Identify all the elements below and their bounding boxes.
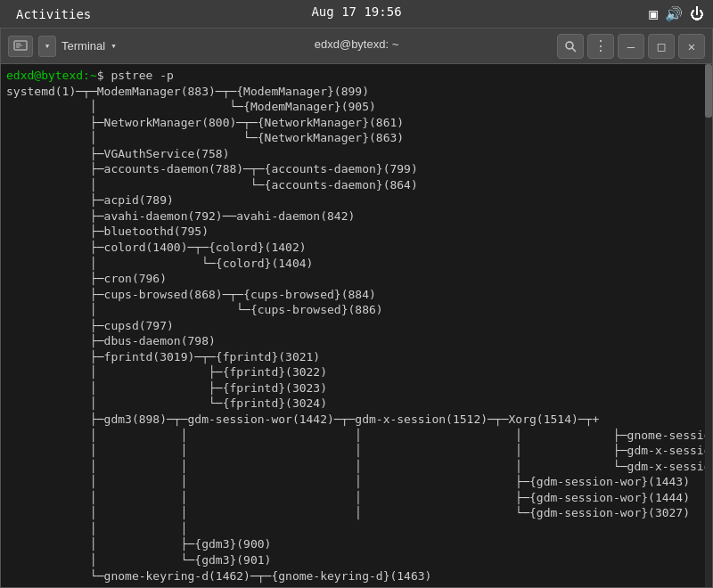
terminal-titlebar: ▾ Terminal ▾ edxd@bytexd: ~ ⋮ — □ [1, 29, 712, 64]
chevron-down-icon: ▾ [45, 40, 51, 52]
tree-line: │ └─{gdm3}(901) [6, 552, 707, 568]
maximize-icon: □ [658, 39, 665, 53]
kebab-icon: ⋮ [594, 37, 608, 54]
tree-line: │ └─{NetworkManager}(863) [6, 130, 707, 146]
prompt-command: pstree -p [104, 69, 174, 82]
tree-line: │ │ │ └─{gdm-session-wor}(3027) [6, 505, 707, 521]
tree-line: │ └─{fprintd}(3024) [6, 396, 707, 412]
power-icon[interactable]: ⏻ [690, 5, 704, 22]
terminal-left-controls: ▾ Terminal ▾ [8, 36, 117, 57]
tree-line: │ └─{ModemManager}(905) [6, 99, 707, 115]
tree-line: ├─acpid(789) [6, 192, 707, 208]
prompt-line: edxd@bytexd:~$ pstree -p [6, 68, 707, 84]
tree-line: ├─cupsd(797) [6, 318, 707, 334]
tree-line: │ │ │ ├─{gdm-session-wor}(1444) [6, 490, 707, 506]
search-icon [564, 40, 577, 53]
tree-line: ├─accounts-daemon(788)─┬─{accounts-daemo… [6, 161, 707, 177]
maximize-button[interactable]: □ [648, 34, 675, 59]
prompt-user: edxd@bytexd [6, 69, 83, 82]
tree-line: │ │ │ │ ├─gnome-session+ [6, 428, 707, 444]
minimize-icon: — [627, 39, 635, 53]
terminal-icon [13, 40, 28, 53]
tree-line: ├─NetworkManager(800)─┬─{NetworkManager}… [6, 115, 707, 131]
clock: Aug 17 19:56 [311, 4, 401, 19]
tree-output: systemd(1)─┬─ModemManager(883)─┬─{ModemM… [6, 84, 707, 584]
terminal-menu-arrow-label: ▾ [111, 40, 117, 52]
terminal-content[interactable]: edxd@bytexd:~$ pstree -p systemd(1)─┬─Mo… [1, 64, 712, 587]
tree-line: │ └─{accounts-daemon}(864) [6, 177, 707, 193]
tree-line: │ ├─{gdm3}(900) [6, 536, 707, 552]
terminal-title: edxd@bytexd: ~ [315, 37, 399, 51]
close-icon: ✕ [688, 39, 695, 53]
tree-line: │ │ [6, 521, 707, 537]
tree-line: └─gnome-keyring-d(1462)─┬─{gnome-keyring… [6, 568, 707, 584]
terminal-menu-label[interactable]: Terminal [61, 39, 105, 53]
search-button[interactable] [557, 34, 584, 59]
svg-point-4 [566, 42, 573, 49]
tree-line: ├─cups-browsed(868)─┬─{cups-browsed}(884… [6, 287, 707, 303]
svg-line-5 [572, 48, 576, 52]
prompt-symbol: $ [97, 69, 104, 82]
volume-icon[interactable]: 🔊 [665, 5, 683, 22]
tree-line: systemd(1)─┬─ModemManager(883)─┬─{ModemM… [6, 84, 707, 100]
tree-line: ├─avahi-daemon(792)──avahi-daemon(842) [6, 208, 707, 225]
system-tray: ▣ 🔊 ⏻ [649, 5, 704, 22]
tree-line: ├─cron(796) [6, 271, 707, 287]
screen-icon[interactable]: ▣ [649, 5, 658, 22]
tree-line: │ ├─{fprintd}(3022) [6, 364, 707, 380]
tree-line: ├─VGAuthService(758) [6, 146, 707, 162]
terminal-new-tab-button[interactable] [8, 36, 33, 57]
terminal-menu-dropdown[interactable]: ▾ [38, 36, 56, 57]
tree-line: │ │ │ │ ├─gdm-x-sessio+ [6, 443, 707, 459]
tree-line: ├─dbus-daemon(798) [6, 333, 707, 349]
tree-line: │ ├─{fprintd}(3023) [6, 380, 707, 396]
tree-line: │ └─{cups-browsed}(886) [6, 302, 707, 318]
terminal-window-controls: ⋮ — □ ✕ [557, 34, 705, 59]
tree-line: ├─gdm3(898)─┬─gdm-session-wor(1442)─┬─gd… [6, 412, 707, 428]
close-button[interactable]: ✕ [678, 34, 705, 59]
scrollbar[interactable] [705, 64, 712, 587]
tree-line: ├─bluetoothd(795) [6, 224, 707, 240]
minimize-button[interactable]: — [618, 34, 644, 59]
tree-line: │ │ │ ├─{gdm-session-wor}(1443) [6, 474, 707, 490]
tree-line: │ └─{colord}(1404) [6, 256, 707, 272]
activities-button[interactable]: Activities [9, 4, 98, 25]
terminal-window: ▾ Terminal ▾ edxd@bytexd: ~ ⋮ — □ [0, 28, 713, 588]
tree-line: ├─colord(1400)─┬─{colord}(1402) [6, 240, 707, 256]
tree-line: │ │ │ │ └─gdm-x-sessio+ [6, 459, 707, 475]
prompt-path: :~ [83, 69, 97, 82]
tree-line: ├─fprintd(3019)─┬─{fprintd}(3021) [6, 349, 707, 365]
scrollbar-thumb[interactable] [705, 64, 712, 118]
kebab-menu-button[interactable]: ⋮ [587, 34, 614, 59]
